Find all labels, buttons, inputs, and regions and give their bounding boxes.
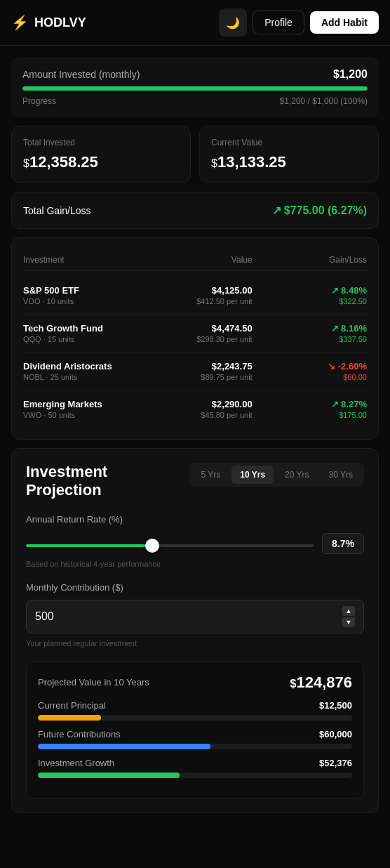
inv-ticker: NOBL · 25 units [23,373,137,381]
tab-5yrs[interactable]: 5 Yrs [192,466,229,484]
inv-gain: ↗ 8.48% $322.50 [253,285,367,305]
investment-growth-value: $52,376 [319,758,352,768]
profile-button[interactable]: Profile [253,11,304,34]
projection-section: Investment Projection 5 Yrs 10 Yrs 20 Yr… [11,448,379,813]
projection-header: Investment Projection 5 Yrs 10 Yrs 20 Yr… [26,463,364,500]
inv-ticker: VOO · 10 units [23,297,137,305]
return-rate-slider[interactable] [26,544,314,547]
inv-info: Emerging Markets VWO · 50 units [23,399,137,419]
spinner-down-button[interactable]: ▼ [342,617,355,627]
current-principal-bar-row: Current Principal $12,500 [38,700,352,721]
inv-value: $4,125.00 $412.50 per unit [137,285,252,305]
return-rate-section: Annual Return Rate (%) 8.7% Based on his… [26,514,364,568]
year-tabs: 5 Yrs 10 Yrs 20 Yrs 30 Yrs [189,463,364,487]
inv-info: Tech Growth Fund QQQ · 15 units [23,323,137,343]
tab-20yrs[interactable]: 20 Yrs [276,466,317,484]
investment-growth-bar-bg [38,772,352,778]
inv-gain: ↗ 8.16% $337.50 [253,323,367,343]
inv-per-unit: $412.50 per unit [137,297,252,305]
gain-amt: $322.50 [253,297,367,305]
header: ⚡ HODLVY 🌙 Profile Add Habit [0,0,390,46]
inv-name: Dividend Aristocrats [23,361,137,371]
slider-wrapper [26,537,314,550]
gain-pct: ↗ 8.48% [253,285,367,296]
tab-10yrs[interactable]: 10 Yrs [231,466,274,484]
contribution-input-row: 500 ▲ ▼ [26,600,364,633]
inv-value: $2,290.00 $45.80 per unit [137,399,252,419]
logo: ⚡ HODLVY [11,14,86,31]
inv-value: $2,243.75 $89.75 per unit [137,361,252,381]
progress-value: $1,200 / $1,000 (100%) [280,96,368,106]
spinner-buttons: ▲ ▼ [342,606,355,627]
projected-value: $124,876 [290,673,352,692]
header-right: 🌙 Profile Add Habit [219,8,379,37]
return-rate-value: 8.7% [322,533,364,554]
col-investment: Investment [23,255,137,265]
inv-per-unit: $298.30 per unit [137,335,252,343]
amount-label: Amount Invested (monthly) [22,69,140,80]
inv-value-main: $4,125.00 [137,285,252,296]
moon-icon: 🌙 [226,16,240,29]
progress-bar-fill [22,86,368,91]
tab-30yrs[interactable]: 30 Yrs [321,466,361,484]
inv-per-unit: $45.80 per unit [137,411,252,419]
current-principal-bar-bg [38,715,352,721]
investments-rows: S&P 500 ETF VOO · 10 units $4,125.00 $41… [23,277,367,428]
spinner-up-button[interactable]: ▲ [342,606,355,616]
current-value-label: Current Value [211,138,367,147]
main-content: Amount Invested (monthly) $1,200 Progres… [0,46,390,833]
total-invested-label: Total Invested [23,138,179,147]
projected-value-label: Projected Value in 10 Years [38,677,149,688]
gain-pct: ↗ 8.16% [253,323,367,334]
current-principal-value: $12,500 [319,700,352,711]
total-invested-value: $12,358.25 [23,153,179,171]
progress-label: Progress [22,96,56,106]
table-row: S&P 500 ETF VOO · 10 units $4,125.00 $41… [23,277,367,315]
future-contributions-label: Future Contributions [38,729,121,739]
projection-title: Investment Projection [26,463,107,500]
future-contributions-bar-fill [38,744,210,749]
col-gain-loss: Gain/Loss [253,255,367,265]
inv-ticker: QQQ · 15 units [23,335,137,343]
table-row: Emerging Markets VWO · 50 units $2,290.0… [23,390,367,428]
contribution-label: Monthly Contribution ($) [26,582,364,593]
inv-per-unit: $89.75 per unit [137,373,252,381]
add-habit-button[interactable]: Add Habit [310,11,379,34]
contribution-note: Your planned regular investment [26,639,364,647]
gain-loss-value: ↗ $775.00 (6.27%) [272,204,367,217]
inv-info: Dividend Aristocrats NOBL · 25 units [23,361,137,381]
return-rate-label: Annual Return Rate (%) [26,514,364,525]
inv-name: Tech Growth Fund [23,323,137,334]
inv-value: $4,474.50 $298.30 per unit [137,323,252,343]
inv-value-main: $4,474.50 [137,323,252,334]
theme-toggle-button[interactable]: 🌙 [219,8,247,37]
inv-value-main: $2,243.75 [137,361,252,371]
investments-table: Investment Value Gain/Loss S&P 500 ETF V… [11,237,379,440]
gain-pct: ↘ -2.60% [253,361,367,371]
logo-icon: ⚡ [11,14,29,31]
amount-section: Amount Invested (monthly) $1,200 Progres… [11,57,379,117]
inv-name: Emerging Markets [23,399,137,409]
gain-amt: $60.00 [253,373,367,381]
table-row: Dividend Aristocrats NOBL · 25 units $2,… [23,353,367,390]
investment-growth-bar-fill [38,772,180,778]
current-principal-bar-fill [38,715,101,721]
future-contributions-bar-bg [38,744,352,749]
contribution-section: Monthly Contribution ($) 500 ▲ ▼ Your pl… [26,582,364,647]
total-invested-card: Total Invested $12,358.25 [11,126,191,183]
inv-gain: ↘ -2.60% $60.00 [253,361,367,381]
inv-value-main: $2,290.00 [137,399,252,409]
current-value-card: Current Value $13,133.25 [199,126,379,183]
table-header: Investment Value Gain/Loss [23,249,367,271]
gain-amt: $175.00 [253,411,367,419]
arrow-up-icon: ↗ [272,204,281,217]
projected-card: Projected Value in 10 Years $124,876 Cur… [26,662,364,798]
slider-row: 8.7% [26,533,364,554]
future-contributions-bar-row: Future Contributions $60,000 [38,729,352,749]
current-principal-label: Current Principal [38,700,106,711]
col-value: Value [137,255,252,265]
cards-row: Total Invested $12,358.25 Current Value … [11,126,379,183]
return-rate-note: Based on historical 4-year performance [26,560,364,568]
gain-loss-card: Total Gain/Loss ↗ $775.00 (6.27%) [11,192,379,229]
amount-value: $1,200 [333,68,368,81]
